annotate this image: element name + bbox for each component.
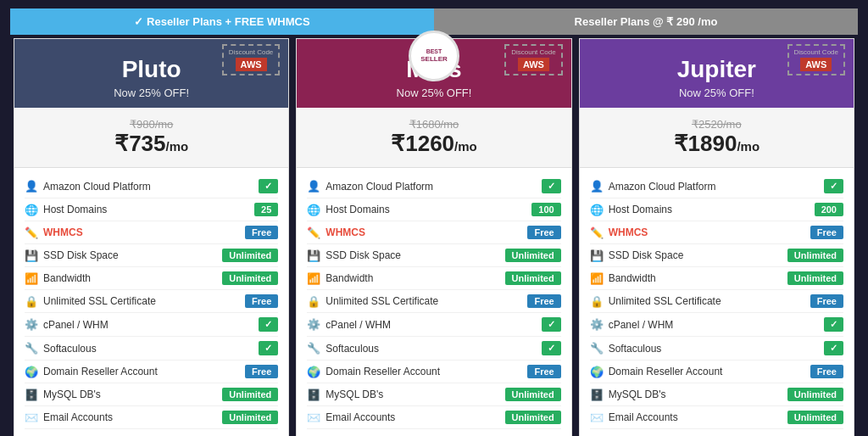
feature-label: ✉️Email Accounts xyxy=(590,411,678,424)
feature-label-text: Amazon Cloud Platform xyxy=(326,181,433,193)
feature-label: 🔒Unlimited SSL Certificate xyxy=(590,295,721,308)
feature-row: 🔒Unlimited SSL CertificateFree xyxy=(25,290,278,313)
feature-badge: Free xyxy=(810,226,843,239)
feature-badge: ✓ xyxy=(824,317,843,332)
feature-icon: 🌍 xyxy=(307,366,320,378)
feature-label-text: MySQL DB's xyxy=(609,388,666,400)
price-current-jupiter: ₹1890/mo xyxy=(590,131,843,157)
feature-row: 🗄️MySQL DB'sUnlimited xyxy=(25,383,278,406)
feature-label-text: Host Domains xyxy=(609,204,672,215)
feature-icon: 👤 xyxy=(25,180,38,193)
feature-label-text: Email Accounts xyxy=(326,411,395,423)
price-original-pluto: ₹980/mo xyxy=(25,118,278,131)
feature-row: 👤Amazon Cloud Platform✓ xyxy=(307,175,560,198)
feature-label: 🌐Host Domains xyxy=(25,204,107,216)
price-section-jupiter: ₹2520/mo ₹1890/mo xyxy=(580,108,854,168)
per-month-mars: /mo xyxy=(454,139,477,154)
feature-label-text: Softaculous xyxy=(43,343,97,355)
card-subtitle-mars: Now 25% OFF! xyxy=(305,87,562,99)
feature-row: 🔒Unlimited SSL CertificateFree xyxy=(307,290,560,313)
whmcs-link[interactable]: WHMCS xyxy=(609,226,648,238)
feature-label: ⚙️cPanel / WHM xyxy=(307,318,391,331)
feature-label-text: Domain Reseller Account xyxy=(43,366,158,377)
feature-label: ✉️Email Accounts xyxy=(307,411,395,424)
feature-label-text: Bandwidth xyxy=(326,272,373,284)
feature-row: 🗄️MySQL DB'sUnlimited xyxy=(307,383,560,406)
features-list-pluto: 👤Amazon Cloud Platform✓🌐Host Domains25✏️… xyxy=(14,168,288,436)
feature-label-text: MySQL DB's xyxy=(326,388,383,400)
pricing-wrapper: ✓ Reseller Plans + FREE WHMCS Reseller P… xyxy=(10,8,858,436)
feature-row: 🌐Host Domains100 xyxy=(307,198,560,221)
feature-row: ✉️Email AccountsUnlimited xyxy=(307,406,560,429)
feature-label: 🗄️MySQL DB's xyxy=(307,388,383,401)
feature-badge: Free xyxy=(245,226,278,239)
feature-icon: ✉️ xyxy=(590,411,604,424)
card-subtitle-pluto: Now 25% OFF! xyxy=(23,87,280,99)
feature-label-text: Domain Reseller Account xyxy=(609,366,723,377)
feature-label: 💾SSD Disk Space xyxy=(590,249,684,262)
feature-icon: 🗄️ xyxy=(307,388,320,401)
feature-badge: Unlimited xyxy=(222,249,278,262)
discount-badge-jupiter: Discount CodeAWS xyxy=(787,44,845,75)
feature-badge: Unlimited xyxy=(222,411,278,424)
feature-row: 💾SSD Disk SpaceUnlimited xyxy=(590,244,843,267)
banner-right: Reseller Plans @ ₹ 290 /mo xyxy=(434,8,858,35)
feature-label-text: Unlimited SSL Certificate xyxy=(326,295,438,307)
feature-label: ⚙️cPanel / WHM xyxy=(25,318,108,331)
feature-badge: Free xyxy=(527,294,560,308)
feature-row: ⚙️cPanel / WHM✓ xyxy=(307,313,560,337)
feature-badge: Free xyxy=(527,365,560,378)
feature-icon: 🔒 xyxy=(590,295,604,308)
feature-label: 🔧Softaculous xyxy=(590,342,662,355)
price-original-mars: ₹1680/mo xyxy=(307,118,560,131)
feature-label: 👤Amazon Cloud Platform xyxy=(590,180,716,193)
feature-label-text: Unlimited SSL Certificate xyxy=(609,295,721,307)
feature-row: 🌐Host Domains25 xyxy=(25,198,278,221)
feature-icon: ✏️ xyxy=(590,226,604,239)
feature-icon: 👤 xyxy=(307,180,320,193)
feature-icon: 💾 xyxy=(590,249,604,262)
feature-label: ⚙️cPanel / WHM xyxy=(590,318,674,331)
feature-icon: 👤 xyxy=(590,180,604,193)
feature-badge: Unlimited xyxy=(505,271,561,285)
feature-icon: 📶 xyxy=(307,272,320,285)
feature-label: 📶Bandwidth xyxy=(590,272,656,285)
feature-badge: 100 xyxy=(531,203,560,216)
feature-row: ✉️Email AccountsUnlimited xyxy=(25,406,278,429)
feature-label: 👤Amazon Cloud Platform xyxy=(307,180,433,193)
aws-text: AWS xyxy=(800,58,832,71)
feature-badge: 200 xyxy=(815,203,843,216)
card-header-mars: BESTSELLERMarsNow 25% OFF!Discount CodeA… xyxy=(297,39,570,108)
feature-label: 👤Amazon Cloud Platform xyxy=(25,180,151,193)
feature-label: 🗄️MySQL DB's xyxy=(25,388,101,401)
discount-label: Discount Code xyxy=(229,48,273,56)
feature-badge: Free xyxy=(245,294,278,308)
feature-badge: ✓ xyxy=(542,341,561,355)
feature-row: 🌐Host Domains200 xyxy=(590,198,843,221)
feature-label-text: Bandwidth xyxy=(43,272,91,284)
aws-text: AWS xyxy=(236,58,267,71)
feature-icon: 🔧 xyxy=(590,342,604,355)
feature-icon: ⚙️ xyxy=(25,318,38,331)
whmcs-link[interactable]: WHMCS xyxy=(326,226,365,238)
feature-icon: 🗄️ xyxy=(25,388,38,401)
feature-icon: ⚙️ xyxy=(590,318,604,331)
feature-badge: Free xyxy=(527,226,560,239)
feature-icon: 🔒 xyxy=(25,295,38,308)
aws-text: AWS xyxy=(518,58,549,71)
feature-label: ✏️WHMCS xyxy=(307,226,365,239)
feature-label: 💾SSD Disk Space xyxy=(307,249,401,262)
feature-row: 📶BandwidthUnlimited xyxy=(25,267,278,290)
feature-label: 📶Bandwidth xyxy=(25,272,91,285)
feature-label: 🌐Host Domains xyxy=(307,204,389,216)
feature-icon: 🔒 xyxy=(307,295,320,308)
whmcs-link[interactable]: WHMCS xyxy=(43,226,83,238)
feature-icon: 🔧 xyxy=(307,342,320,355)
feature-icon: ✉️ xyxy=(307,411,320,424)
feature-label-text: cPanel / WHM xyxy=(326,319,391,331)
feature-label-text: Amazon Cloud Platform xyxy=(609,181,716,193)
feature-icon: 🌍 xyxy=(590,366,604,378)
price-original-jupiter: ₹2520/mo xyxy=(590,118,843,131)
feature-badge: Unlimited xyxy=(222,388,278,401)
card-header-jupiter: JupiterNow 25% OFF!Discount CodeAWS xyxy=(580,39,854,108)
